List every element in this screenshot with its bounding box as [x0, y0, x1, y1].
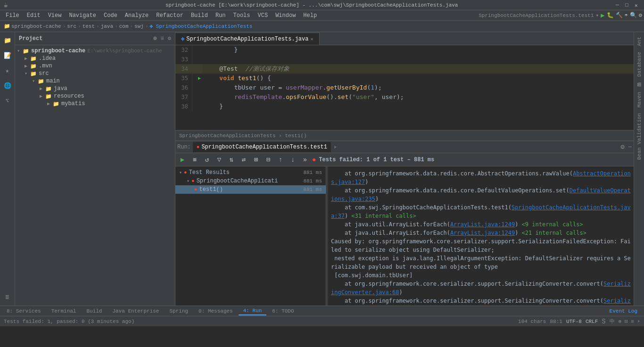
run-tab-close[interactable]: ✕	[334, 144, 337, 150]
coverage-icon[interactable]: ☂	[625, 12, 628, 19]
run-close-icon[interactable]: ─	[628, 144, 632, 150]
line-content-36: tbUser user = userMapper.getUserById(1);	[203, 83, 634, 92]
close-button[interactable]: ✕	[635, 2, 640, 8]
breadcrumb-class[interactable]: ✤ SpringbootCacheApplicationTests	[150, 23, 253, 29]
run-tree-class[interactable]: ▾ ● SpringbootCacheApplicati 881 ms	[175, 177, 326, 185]
breadcrumb-test[interactable]: test	[83, 24, 95, 29]
project-collapse-icon[interactable]: ≡	[161, 35, 164, 42]
out-link-1[interactable]: AbstractOperations.java:127	[331, 170, 631, 185]
btab-todo[interactable]: 6: TODO	[267, 307, 298, 315]
debug-icon[interactable]: 🐛	[607, 12, 614, 19]
run-output[interactable]: at org.springframework.data.redis.core.A…	[328, 166, 634, 306]
btab-terminal[interactable]: Terminal	[47, 307, 81, 315]
tree-item-main[interactable]: ▾ 📁 main	[15, 77, 175, 85]
sidebar-hierarchy-icon[interactable]: ⌥	[1, 94, 14, 107]
run-more-button[interactable]: »	[300, 155, 310, 165]
menu-code[interactable]: Code	[100, 11, 121, 20]
run-prev-button[interactable]: ↑	[275, 155, 286, 165]
breadcrumb-swj[interactable]: swj	[134, 24, 144, 29]
run-config-dropdown-icon[interactable]: ▾	[595, 12, 599, 18]
breadcrumb-icon: 📁	[4, 23, 10, 29]
run-icon[interactable]: ▶	[601, 11, 604, 19]
sidebar-commit-icon[interactable]: 📝	[1, 49, 14, 62]
build-icon[interactable]: 🔨	[616, 12, 623, 19]
project-add-icon[interactable]: ⊕	[153, 35, 157, 42]
btab-run[interactable]: 4: Run	[239, 307, 267, 315]
btab-build[interactable]: Build	[82, 307, 107, 315]
tree-item-java[interactable]: ▶ 📁 java	[15, 85, 175, 92]
tree-item-mybatis[interactable]: ▶ 📁 mybatis	[15, 100, 175, 107]
menu-window[interactable]: Window	[272, 11, 299, 20]
sidebar-structure-icon[interactable]: ≣	[1, 290, 14, 304]
code-line-34: 34 @Test //测试保存对象	[175, 64, 634, 74]
btab-messages[interactable]: 0: Messages	[194, 307, 238, 315]
menu-view[interactable]: View	[44, 11, 66, 20]
tab-label: SpringbootCacheApplicationTests.java	[186, 36, 308, 42]
out-link-5[interactable]: ArrayList.java:1249	[450, 230, 515, 236]
code-line-32: 32 }	[175, 45, 634, 55]
gutter-34	[196, 64, 203, 74]
settings-icon[interactable]: ⚙	[639, 12, 642, 19]
tree-item-resources[interactable]: ▶ 📁 resources	[15, 92, 175, 100]
out-line-2: at org.springframework.data.redis.core.D…	[331, 186, 631, 203]
run-settings-icon[interactable]: ⚙	[620, 143, 624, 151]
out-link-10[interactable]: SerializingConverter.java:35	[331, 297, 631, 306]
right-sidebar-m[interactable]: m	[634, 80, 644, 89]
menu-navigate[interactable]: Navigate	[65, 11, 100, 20]
run-filter-button[interactable]: ▽	[214, 155, 224, 165]
run-sort-asc-button[interactable]: ⇅	[226, 155, 237, 165]
btab-java-enterprise[interactable]: Java Enterprise	[107, 307, 164, 315]
run-rerun-button[interactable]: ↺	[202, 155, 212, 165]
minimize-button[interactable]: ─	[616, 2, 621, 8]
run-expand-button[interactable]: ⊞	[251, 155, 261, 165]
run-collapse-button[interactable]: ⊟	[263, 155, 273, 165]
tab-close-button[interactable]: ✕	[310, 36, 313, 42]
out-link-9[interactable]: SerializingConverter.java:68	[331, 281, 631, 296]
run-tree-test1[interactable]: ● test1() 881 ms	[175, 185, 326, 194]
right-sidebar-maven[interactable]: Maven	[635, 89, 644, 110]
run-next-button[interactable]: ↓	[288, 155, 298, 165]
run-tree-results[interactable]: ▾ ● Test Results 881 ms	[175, 168, 326, 177]
menu-run[interactable]: Run	[212, 11, 230, 20]
sidebar-web-icon[interactable]: 🌐	[1, 79, 14, 92]
tree-item-idea[interactable]: ▶ 📁 .idea	[15, 55, 175, 62]
breadcrumb-com[interactable]: com	[119, 24, 129, 29]
breadcrumb-src[interactable]: src	[67, 24, 76, 29]
sidebar-favorites-icon[interactable]: ★	[1, 64, 14, 77]
run-tab-main[interactable]: ● SpringbootCacheApplicationTests.test1	[193, 142, 331, 152]
menu-file[interactable]: File	[2, 11, 23, 20]
code-editor[interactable]: 32 } 33 34 @Test //测试保存对象	[175, 45, 634, 130]
breadcrumb-project[interactable]: springboot-cache	[11, 24, 61, 29]
tree-item-root[interactable]: ▾ 📁 springboot-cache E:\work\springboot-…	[15, 47, 175, 55]
gutter-35[interactable]: ▶	[196, 74, 203, 83]
menu-help[interactable]: Help	[299, 11, 321, 20]
tree-item-mvn[interactable]: ▶ 📁 .mvn	[15, 62, 175, 70]
menu-tools[interactable]: Tools	[230, 11, 254, 20]
btab-spring[interactable]: Spring	[165, 307, 193, 315]
run-play-button[interactable]: ▶	[177, 155, 188, 165]
search-everywhere-icon[interactable]: 🔍	[630, 12, 637, 19]
run-sort-desc-button[interactable]: ⇄	[239, 155, 249, 165]
out-link-4[interactable]: ArrayList.java:1249	[450, 221, 515, 228]
breadcrumb-java-folder[interactable]: java	[101, 24, 113, 29]
editor-tab-main[interactable]: ✤ SpringbootCacheApplicationTests.java ✕	[175, 33, 320, 45]
out-link-2[interactable]: DefaultValueOperations.java:235	[331, 187, 631, 202]
right-sidebar-database[interactable]: Database	[635, 49, 644, 80]
run-stop-button[interactable]: ■	[190, 155, 200, 165]
btab-event-log[interactable]: Event Log	[605, 307, 642, 315]
menu-vcs[interactable]: VCS	[254, 11, 272, 20]
menu-build[interactable]: Build	[187, 11, 212, 20]
menu-refactor[interactable]: Refactor	[152, 11, 187, 20]
status-sonar-icon[interactable]: S	[602, 318, 605, 325]
out-line-6: Caused by: org.springframework.core.seri…	[331, 237, 631, 254]
menu-analyze[interactable]: Analyze	[121, 11, 152, 20]
maximize-button[interactable]: □	[625, 2, 631, 8]
menu-edit[interactable]: Edit	[23, 11, 44, 20]
project-settings-icon[interactable]: ⚙	[168, 35, 171, 42]
sidebar-project-icon[interactable]: 📁	[1, 34, 14, 47]
tree-item-src[interactable]: ▾ 📁 src	[15, 70, 175, 77]
right-sidebar-bean[interactable]: Bean Validation	[635, 110, 644, 163]
right-sidebar-ant[interactable]: Ant	[635, 34, 644, 49]
run-class-time: 881 ms	[303, 178, 322, 184]
btab-services[interactable]: 8: Services	[2, 307, 46, 315]
